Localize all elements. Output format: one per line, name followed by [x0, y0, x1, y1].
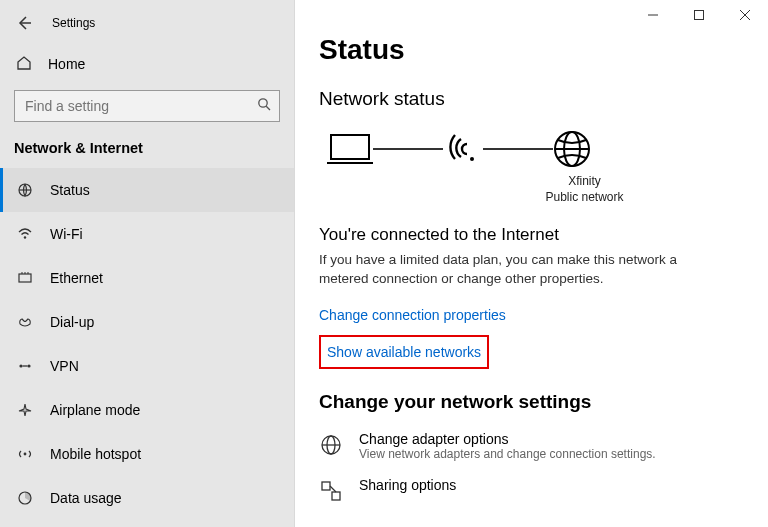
home-label: Home: [48, 56, 85, 72]
svg-point-1: [259, 99, 267, 107]
home-icon: [16, 55, 32, 74]
svg-rect-29: [332, 492, 340, 500]
svg-line-30: [330, 486, 336, 492]
sidebar-item-label: Mobile hotspot: [50, 446, 141, 462]
section-heading: Network & Internet: [0, 130, 294, 168]
sidebar-item-ethernet[interactable]: Ethernet: [0, 256, 294, 300]
search-input[interactable]: [14, 90, 280, 122]
sharing-options[interactable]: Sharing options: [319, 477, 744, 507]
window-title: Settings: [52, 16, 95, 30]
svg-rect-16: [695, 11, 704, 20]
network-status-heading: Network status: [319, 88, 744, 110]
sidebar-item-label: Dial-up: [50, 314, 94, 330]
sidebar-item-label: VPN: [50, 358, 79, 374]
adapter-icon: [319, 431, 345, 461]
airplane-icon: [16, 402, 34, 418]
wifi-diagram-icon: [441, 129, 485, 169]
svg-line-2: [266, 106, 270, 110]
svg-point-10: [19, 364, 22, 367]
sharing-icon: [319, 477, 345, 507]
change-adapter-options[interactable]: Change adapter options View network adap…: [319, 431, 744, 461]
show-available-networks-link[interactable]: Show available networks: [327, 344, 481, 360]
wifi-name: Xfinity: [425, 174, 744, 190]
wifi-icon: [16, 226, 34, 242]
back-button[interactable]: [14, 13, 34, 33]
highlight-box: Show available networks: [319, 335, 489, 369]
datausage-icon: [16, 490, 34, 506]
sidebar-item-label: Airplane mode: [50, 402, 140, 418]
change-connection-properties-link[interactable]: Change connection properties: [319, 307, 744, 323]
svg-point-5: [24, 236, 26, 238]
wifi-caption: Xfinity Public network: [425, 174, 744, 205]
search-icon: [256, 96, 272, 116]
computer-icon: [325, 129, 375, 169]
sharing-title: Sharing options: [359, 477, 456, 493]
svg-point-11: [27, 364, 30, 367]
svg-point-21: [470, 157, 474, 161]
sidebar-item-label: Wi-Fi: [50, 226, 83, 242]
main-pane: Status Network status Xfinity Public net…: [295, 0, 768, 527]
sidebar-item-label: Data usage: [50, 490, 122, 506]
svg-rect-6: [19, 274, 31, 282]
sidebar-nav: Status Wi-Fi Ethernet Dial-up VPN Airpla…: [0, 168, 294, 520]
titlebar-left: Settings: [0, 6, 294, 40]
dialup-icon: [16, 314, 34, 330]
sidebar-item-vpn[interactable]: VPN: [0, 344, 294, 388]
window-controls: [630, 0, 768, 30]
home-nav[interactable]: Home: [0, 46, 294, 82]
sidebar-item-airplane[interactable]: Airplane mode: [0, 388, 294, 432]
sidebar-item-wifi[interactable]: Wi-Fi: [0, 212, 294, 256]
page-title: Status: [319, 34, 744, 66]
sidebar-item-hotspot[interactable]: Mobile hotspot: [0, 432, 294, 476]
globe-icon: [551, 128, 593, 170]
vpn-icon: [16, 358, 34, 374]
back-arrow-icon: [16, 15, 32, 31]
status-icon: [16, 182, 34, 198]
settings-sidebar: Settings Home Network & Internet Status: [0, 0, 295, 527]
ethernet-icon: [16, 270, 34, 286]
adapter-sub: View network adapters and change connect…: [359, 447, 656, 461]
sidebar-item-datausage[interactable]: Data usage: [0, 476, 294, 520]
sidebar-item-dialup[interactable]: Dial-up: [0, 300, 294, 344]
settings-search[interactable]: [14, 90, 280, 122]
sidebar-item-label: Status: [50, 182, 90, 198]
maximize-button[interactable]: [676, 0, 722, 30]
sidebar-item-status[interactable]: Status: [0, 168, 294, 212]
hotspot-icon: [16, 446, 34, 462]
minimize-button[interactable]: [630, 0, 676, 30]
network-diagram: [325, 128, 744, 170]
svg-point-13: [24, 453, 27, 456]
connected-heading: You're connected to the Internet: [319, 225, 744, 245]
adapter-title: Change adapter options: [359, 431, 656, 447]
sidebar-item-label: Ethernet: [50, 270, 103, 286]
svg-rect-19: [331, 135, 369, 159]
svg-rect-28: [322, 482, 330, 490]
close-button[interactable]: [722, 0, 768, 30]
connected-description: If you have a limited data plan, you can…: [319, 251, 709, 289]
change-settings-heading: Change your network settings: [319, 391, 744, 413]
wifi-type: Public network: [425, 190, 744, 206]
